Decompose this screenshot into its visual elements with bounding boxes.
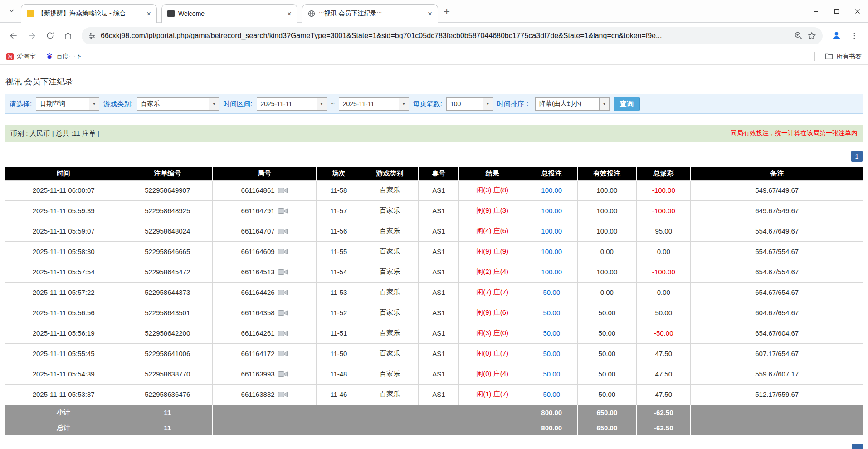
banker-result: 庄(9) xyxy=(493,247,508,255)
column-header: 时间 xyxy=(5,167,122,180)
total-bet-cell[interactable]: 50.00 xyxy=(526,384,577,405)
total-bet-cell[interactable]: 50.00 xyxy=(526,323,577,343)
column-header: 总投注 xyxy=(526,167,577,180)
video-icon[interactable] xyxy=(278,207,288,215)
zoom-icon[interactable] xyxy=(794,31,803,40)
valid-bet-cell: 50.00 xyxy=(577,343,637,364)
minimize-icon[interactable] xyxy=(805,0,826,23)
round-cell: 661164513 xyxy=(213,262,317,282)
round-number: 661164172 xyxy=(241,350,275,357)
tab-title: Welcome xyxy=(178,10,282,17)
total-bet-cell[interactable]: 100.00 xyxy=(526,221,577,241)
bookmark-star-icon[interactable] xyxy=(807,31,816,40)
tab-search-button[interactable] xyxy=(5,5,18,18)
per-page-select[interactable]: 100 ▼ xyxy=(446,97,493,111)
chevron-down-icon[interactable]: ▼ xyxy=(599,98,609,110)
date-to-select[interactable]: 2025-11-11 ▼ xyxy=(339,97,409,111)
bottom-page-badge[interactable] xyxy=(852,444,863,449)
site-info-icon[interactable] xyxy=(88,32,96,40)
video-icon[interactable] xyxy=(278,248,288,255)
session-cell: 11-53 xyxy=(317,282,361,303)
session-cell: 11-58 xyxy=(317,180,361,200)
url-text[interactable]: 66cxkj98.com/ipl/portal.php/game/betreco… xyxy=(101,32,790,40)
chevron-down-icon[interactable]: ▼ xyxy=(89,98,99,110)
game-type-cell: 百家乐 xyxy=(361,303,419,323)
note-cell: 559.67/607.17 xyxy=(691,364,863,384)
total-bet-cell[interactable]: 100.00 xyxy=(526,262,577,282)
chevron-down-icon[interactable]: ▼ xyxy=(209,98,219,110)
session-cell: 11-48 xyxy=(317,364,361,384)
close-icon[interactable]: × xyxy=(145,9,153,19)
chevron-down-icon[interactable]: ▼ xyxy=(317,98,327,110)
note-cell: 604.67/654.67 xyxy=(691,303,863,323)
chevron-down-icon[interactable]: ▼ xyxy=(483,98,493,110)
close-window-icon[interactable] xyxy=(847,0,868,23)
close-icon[interactable]: × xyxy=(285,9,293,19)
total-bet-cell[interactable]: 100.00 xyxy=(526,180,577,200)
chevron-down-icon[interactable]: ▼ xyxy=(399,98,409,110)
sort-order-select[interactable]: 降幕(由大到小) ▼ xyxy=(535,97,610,111)
home-icon[interactable] xyxy=(60,28,76,44)
payout-cell: 50.00 xyxy=(637,303,691,323)
video-icon[interactable] xyxy=(278,391,288,398)
result-cell: 闲(7) 庄(7) xyxy=(459,282,526,303)
close-icon[interactable]: × xyxy=(426,9,434,19)
tab-title: 【新提醒】海燕策略论坛 - 综合 xyxy=(38,10,141,18)
video-icon[interactable] xyxy=(278,187,288,194)
total-bet-cell[interactable]: 100.00 xyxy=(526,200,577,221)
reload-icon[interactable] xyxy=(42,28,58,44)
query-type-select[interactable]: 日期查询 ▼ xyxy=(36,97,99,111)
total-bet-cell[interactable]: 50.00 xyxy=(526,282,577,303)
page-number-button[interactable]: 1 xyxy=(851,151,863,162)
tab-bet-record[interactable]: :::视讯 会员下注纪录::: × xyxy=(302,4,438,23)
video-icon[interactable] xyxy=(278,268,288,276)
total-bet-cell[interactable]: 50.00 xyxy=(526,343,577,364)
grand-total-total-bet: 800.00 xyxy=(526,420,577,435)
note-cell: 654.67/654.67 xyxy=(691,282,863,303)
bet-id-cell: 522958646665 xyxy=(122,241,213,262)
round-cell: 661163993 xyxy=(213,364,317,384)
table-row: 2025-11-11 05:57:54522958645472661164513… xyxy=(5,262,863,282)
address-bar[interactable]: 66cxkj98.com/ipl/portal.php/game/betreco… xyxy=(82,27,823,44)
round-cell: 661164426 xyxy=(213,282,317,303)
video-icon[interactable] xyxy=(278,371,288,378)
grand-total-count: 11 xyxy=(122,420,213,435)
result-cell: 闲(0) 庄(7) xyxy=(459,343,526,364)
new-tab-button[interactable]: + xyxy=(444,6,450,17)
time-cell: 2025-11-11 06:00:07 xyxy=(5,180,122,200)
video-icon[interactable] xyxy=(278,289,288,296)
video-icon[interactable] xyxy=(278,309,288,317)
video-icon[interactable] xyxy=(278,228,288,235)
payout-cell: 0.00 xyxy=(637,241,691,262)
note-cell: 512.17/559.67 xyxy=(691,384,863,405)
round-cell: 661164609 xyxy=(213,241,317,262)
tab-forum[interactable]: 【新提醒】海燕策略论坛 - 综合 × xyxy=(21,4,157,23)
date-from-select[interactable]: 2025-11-11 ▼ xyxy=(257,97,327,111)
player-result: 闲(3) xyxy=(476,329,491,337)
tab-welcome[interactable]: Welcome × xyxy=(161,4,297,23)
game-type-select[interactable]: 百家乐 ▼ xyxy=(137,97,219,111)
subtotal-note xyxy=(691,405,863,420)
valid-bet-cell: 0.00 xyxy=(577,282,637,303)
total-bet-cell[interactable]: 50.00 xyxy=(526,364,577,384)
column-header: 局号 xyxy=(213,167,317,180)
banker-result: 庄(8) xyxy=(493,186,508,194)
bet-id-cell: 522958644373 xyxy=(122,282,213,303)
total-bet-cell[interactable]: 50.00 xyxy=(526,303,577,323)
search-button[interactable]: 查询 xyxy=(614,97,640,111)
folder-icon xyxy=(825,52,833,61)
maximize-icon[interactable] xyxy=(826,0,847,23)
profile-icon[interactable] xyxy=(828,28,844,44)
back-icon[interactable] xyxy=(5,28,22,44)
bookmark-taobao[interactable]: 淘 爱淘宝 xyxy=(6,53,36,61)
player-result: 闲(1) xyxy=(476,390,491,398)
total-bet-cell[interactable]: 100.00 xyxy=(526,241,577,262)
forward-icon[interactable] xyxy=(24,28,40,44)
video-icon[interactable] xyxy=(278,330,288,337)
bookmark-baidu[interactable]: 百度一下 xyxy=(46,52,82,61)
video-icon[interactable] xyxy=(278,350,288,357)
banker-result: 庄(7) xyxy=(493,349,508,357)
menu-icon[interactable] xyxy=(846,28,863,44)
all-bookmarks-button[interactable]: 所有书签 xyxy=(825,52,862,61)
round-cell: 661164707 xyxy=(213,221,317,241)
